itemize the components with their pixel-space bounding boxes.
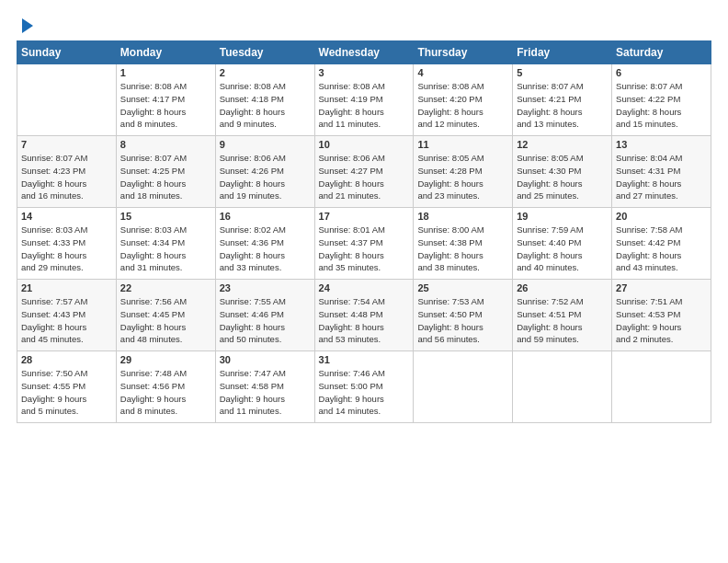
calendar-cell: 21Sunrise: 7:57 AMSunset: 4:43 PMDayligh…	[17, 280, 117, 351]
week-row-3: 14Sunrise: 8:03 AMSunset: 4:33 PMDayligh…	[17, 208, 711, 280]
day-number: 13	[616, 139, 707, 150]
cell-info: Sunrise: 7:55 AMSunset: 4:46 PMDaylight:…	[220, 295, 311, 346]
cell-info: Sunrise: 7:56 AMSunset: 4:45 PMDaylight:…	[120, 295, 211, 346]
cell-info: Sunrise: 7:59 AMSunset: 4:40 PMDaylight:…	[517, 224, 608, 274]
calendar-cell	[513, 351, 612, 423]
calendar-cell: 1Sunrise: 8:08 AMSunset: 4:17 PMDaylight…	[116, 64, 215, 136]
calendar-cell: 10Sunrise: 8:06 AMSunset: 4:27 PMDayligh…	[314, 136, 414, 208]
calendar-cell: 20Sunrise: 7:58 AMSunset: 4:42 PMDayligh…	[612, 208, 711, 280]
calendar-cell: 14Sunrise: 8:03 AMSunset: 4:33 PMDayligh…	[17, 208, 117, 280]
day-number: 6	[616, 67, 707, 78]
calendar-cell: 24Sunrise: 7:54 AMSunset: 4:48 PMDayligh…	[314, 280, 414, 351]
cell-info: Sunrise: 8:08 AMSunset: 4:20 PMDaylight:…	[417, 80, 508, 131]
cell-info: Sunrise: 7:48 AMSunset: 4:56 PMDaylight:…	[120, 367, 211, 418]
cell-info: Sunrise: 7:54 AMSunset: 4:48 PMDaylight:…	[319, 295, 410, 346]
day-number: 28	[21, 354, 112, 365]
cell-info: Sunrise: 7:52 AMSunset: 4:51 PMDaylight:…	[517, 295, 608, 346]
calendar-cell: 18Sunrise: 8:00 AMSunset: 4:38 PMDayligh…	[414, 208, 513, 280]
day-number: 19	[517, 211, 608, 222]
cell-info: Sunrise: 8:07 AMSunset: 4:23 PMDaylight:…	[21, 152, 112, 202]
cell-info: Sunrise: 7:46 AMSunset: 5:00 PMDaylight:…	[319, 367, 410, 418]
calendar-cell: 16Sunrise: 8:02 AMSunset: 4:36 PMDayligh…	[215, 208, 314, 280]
logo	[17, 17, 33, 31]
day-number: 15	[120, 211, 211, 222]
cell-info: Sunrise: 8:08 AMSunset: 4:18 PMDaylight:…	[220, 80, 311, 131]
day-number: 14	[21, 211, 112, 222]
day-number: 24	[319, 282, 410, 293]
calendar-cell: 27Sunrise: 7:51 AMSunset: 4:53 PMDayligh…	[612, 280, 711, 351]
week-row-1: 1Sunrise: 8:08 AMSunset: 4:17 PMDaylight…	[17, 64, 711, 136]
calendar-table: SundayMondayTuesdayWednesdayThursdayFrid…	[17, 40, 711, 423]
col-header-tuesday: Tuesday	[215, 41, 314, 64]
cell-info: Sunrise: 8:06 AMSunset: 4:26 PMDaylight:…	[220, 152, 311, 202]
day-number: 20	[616, 211, 707, 222]
calendar-cell: 28Sunrise: 7:50 AMSunset: 4:55 PMDayligh…	[17, 351, 117, 423]
svg-marker-0	[22, 18, 33, 33]
day-number: 29	[120, 354, 211, 365]
cell-info: Sunrise: 8:07 AMSunset: 4:22 PMDaylight:…	[616, 80, 707, 131]
cell-info: Sunrise: 7:50 AMSunset: 4:55 PMDaylight:…	[21, 367, 112, 418]
cell-info: Sunrise: 8:05 AMSunset: 4:28 PMDaylight:…	[417, 152, 508, 202]
calendar-cell: 2Sunrise: 8:08 AMSunset: 4:18 PMDaylight…	[215, 64, 314, 136]
day-number: 31	[319, 354, 410, 365]
calendar-cell: 22Sunrise: 7:56 AMSunset: 4:45 PMDayligh…	[116, 280, 215, 351]
day-number: 7	[21, 139, 112, 150]
cell-info: Sunrise: 8:04 AMSunset: 4:31 PMDaylight:…	[616, 152, 707, 202]
calendar-cell: 19Sunrise: 7:59 AMSunset: 4:40 PMDayligh…	[513, 208, 612, 280]
calendar-cell: 26Sunrise: 7:52 AMSunset: 4:51 PMDayligh…	[513, 280, 612, 351]
calendar-cell: 5Sunrise: 8:07 AMSunset: 4:21 PMDaylight…	[513, 64, 612, 136]
cell-info: Sunrise: 8:03 AMSunset: 4:33 PMDaylight:…	[21, 224, 112, 274]
col-header-sunday: Sunday	[17, 41, 117, 64]
calendar-cell	[17, 64, 117, 136]
calendar-cell: 31Sunrise: 7:46 AMSunset: 5:00 PMDayligh…	[314, 351, 414, 423]
cell-info: Sunrise: 8:03 AMSunset: 4:34 PMDaylight:…	[120, 224, 211, 274]
day-number: 12	[517, 139, 608, 150]
cell-info: Sunrise: 8:08 AMSunset: 4:17 PMDaylight:…	[120, 80, 211, 131]
day-number: 8	[120, 139, 211, 150]
cell-info: Sunrise: 8:06 AMSunset: 4:27 PMDaylight:…	[319, 152, 410, 202]
calendar-cell: 9Sunrise: 8:06 AMSunset: 4:26 PMDaylight…	[215, 136, 314, 208]
col-header-friday: Friday	[513, 41, 612, 64]
cell-info: Sunrise: 8:07 AMSunset: 4:21 PMDaylight:…	[517, 80, 608, 131]
calendar-cell: 25Sunrise: 7:53 AMSunset: 4:50 PMDayligh…	[414, 280, 513, 351]
calendar-cell: 13Sunrise: 8:04 AMSunset: 4:31 PMDayligh…	[612, 136, 711, 208]
calendar-cell: 12Sunrise: 8:05 AMSunset: 4:30 PMDayligh…	[513, 136, 612, 208]
day-number: 11	[417, 139, 508, 150]
day-number: 10	[319, 139, 410, 150]
day-number: 21	[21, 282, 112, 293]
page: SundayMondayTuesdayWednesdayThursdayFrid…	[0, 0, 728, 563]
week-row-4: 21Sunrise: 7:57 AMSunset: 4:43 PMDayligh…	[17, 280, 711, 351]
col-header-monday: Monday	[116, 41, 215, 64]
cell-info: Sunrise: 7:51 AMSunset: 4:53 PMDaylight:…	[616, 295, 707, 346]
calendar-cell: 4Sunrise: 8:08 AMSunset: 4:20 PMDaylight…	[414, 64, 513, 136]
day-number: 3	[319, 67, 410, 78]
day-number: 27	[616, 282, 707, 293]
header	[17, 17, 711, 31]
calendar-cell: 3Sunrise: 8:08 AMSunset: 4:19 PMDaylight…	[314, 64, 414, 136]
logo-triangle-icon	[18, 17, 33, 35]
col-header-saturday: Saturday	[612, 41, 711, 64]
calendar-cell	[612, 351, 711, 423]
calendar-cell: 6Sunrise: 8:07 AMSunset: 4:22 PMDaylight…	[612, 64, 711, 136]
cell-info: Sunrise: 7:53 AMSunset: 4:50 PMDaylight:…	[417, 295, 508, 346]
cell-info: Sunrise: 8:00 AMSunset: 4:38 PMDaylight:…	[417, 224, 508, 274]
cell-info: Sunrise: 8:01 AMSunset: 4:37 PMDaylight:…	[319, 224, 410, 274]
cell-info: Sunrise: 8:08 AMSunset: 4:19 PMDaylight:…	[319, 80, 410, 131]
day-number: 2	[220, 67, 311, 78]
day-number: 22	[120, 282, 211, 293]
day-number: 1	[120, 67, 211, 78]
cell-info: Sunrise: 7:57 AMSunset: 4:43 PMDaylight:…	[21, 295, 112, 346]
calendar-cell: 15Sunrise: 8:03 AMSunset: 4:34 PMDayligh…	[116, 208, 215, 280]
cell-info: Sunrise: 8:02 AMSunset: 4:36 PMDaylight:…	[220, 224, 311, 274]
day-number: 25	[417, 282, 508, 293]
day-number: 4	[417, 67, 508, 78]
day-number: 18	[417, 211, 508, 222]
calendar-cell: 29Sunrise: 7:48 AMSunset: 4:56 PMDayligh…	[116, 351, 215, 423]
calendar-cell: 17Sunrise: 8:01 AMSunset: 4:37 PMDayligh…	[314, 208, 414, 280]
day-number: 16	[220, 211, 311, 222]
col-header-wednesday: Wednesday	[314, 41, 414, 64]
calendar-cell: 7Sunrise: 8:07 AMSunset: 4:23 PMDaylight…	[17, 136, 117, 208]
cell-info: Sunrise: 7:58 AMSunset: 4:42 PMDaylight:…	[616, 224, 707, 274]
week-row-5: 28Sunrise: 7:50 AMSunset: 4:55 PMDayligh…	[17, 351, 711, 423]
cell-info: Sunrise: 8:05 AMSunset: 4:30 PMDaylight:…	[517, 152, 608, 202]
